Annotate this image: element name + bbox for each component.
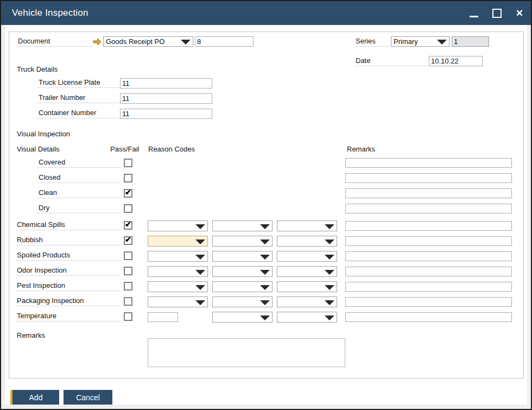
remarks-input-odor-inspection[interactable] [345, 267, 512, 276]
document-number-input[interactable]: 8 [195, 36, 254, 47]
passfail-checkbox-odor-inspection[interactable] [124, 267, 132, 275]
truck-field-label-container-number: Container Number [37, 108, 120, 118]
remarks-textarea[interactable] [148, 338, 345, 367]
visual-details-column-header: Visual Details [17, 145, 60, 153]
passfail-checkbox-clean[interactable]: ✔ [124, 189, 132, 198]
dropdown-arrow-icon [260, 239, 270, 244]
dropdown-arrow-icon [325, 270, 334, 275]
remarks-input-rubbish[interactable] [345, 236, 512, 246]
passfail-checkbox-temperature[interactable] [124, 312, 132, 321]
window-title: Vehicle Inspection [1, 8, 88, 18]
reason-code-dropdown-temperature-1[interactable] [212, 312, 273, 323]
dropdown-arrow-icon [325, 285, 334, 290]
visual-detail-label-rubbish: Rubbish [16, 235, 121, 245]
minimize-icon [470, 16, 478, 17]
series-label: Series [354, 36, 389, 47]
passfail-checkbox-rubbish[interactable]: ✔ [124, 236, 132, 245]
remarks-input-spoiled-products[interactable] [345, 251, 512, 261]
visual-detail-label-dry: Dry [37, 203, 121, 213]
reason-code-dropdown-odor-inspection-3[interactable] [277, 266, 337, 277]
truck-field-label-trailer-number: Trailer Number [37, 93, 120, 103]
remarks-input-chemical-spills[interactable] [345, 221, 512, 231]
reason-code-dropdown-rubbish-1[interactable] [148, 236, 208, 247]
document-type-value: Goods Receipt PO [106, 37, 164, 46]
vehicle-inspection-window: Vehicle Inspection ✕ Document Goods Rece… [0, 0, 532, 410]
passfail-checkbox-pest-inspection[interactable] [124, 282, 132, 291]
reason-code-dropdown-rubbish-2[interactable] [212, 236, 273, 247]
cancel-button[interactable]: Cancel [64, 390, 112, 405]
dropdown-arrow-icon [195, 255, 205, 260]
passfail-checkbox-covered[interactable] [124, 159, 132, 167]
temperature-value-input[interactable] [148, 312, 178, 322]
reason-code-dropdown-chemical-spills-3[interactable] [277, 220, 337, 231]
truck-details-heading: Truck Details [17, 65, 58, 73]
dropdown-arrow-icon [195, 239, 205, 244]
dropdown-arrow-icon [325, 300, 334, 305]
visual-detail-label-closed: Closed [37, 173, 121, 183]
reason-codes-column-header: Reason Codes [148, 145, 195, 153]
reason-code-dropdown-pest-inspection-1[interactable] [148, 281, 208, 292]
visual-detail-label-spoiled-products: Spoiled Products [16, 250, 121, 261]
dropdown-arrow-icon [181, 40, 191, 45]
passfail-checkbox-spoiled-products[interactable] [124, 251, 132, 260]
remarks-input-packaging-inspection[interactable] [345, 297, 512, 307]
reason-code-dropdown-temperature-2[interactable] [277, 312, 337, 323]
content-panel: Document Goods Receipt PO 8 Series Prima… [9, 31, 524, 379]
reason-code-dropdown-rubbish-3[interactable] [277, 236, 337, 247]
dropdown-arrow-icon [325, 316, 334, 320]
document-type-dropdown[interactable]: Goods Receipt PO [103, 36, 193, 47]
series-dropdown[interactable]: Primary [391, 36, 449, 47]
dropdown-arrow-icon [437, 40, 447, 45]
reason-code-dropdown-packaging-inspection-2[interactable] [212, 297, 273, 307]
passfail-checkbox-chemical-spills[interactable]: ✔ [124, 221, 132, 230]
reason-code-dropdown-packaging-inspection-3[interactable] [277, 297, 337, 307]
reason-code-dropdown-chemical-spills-1[interactable] [148, 220, 208, 231]
dropdown-arrow-icon [325, 224, 334, 229]
dropdown-arrow-icon [195, 270, 205, 275]
truck-field-input-container-number[interactable]: 11 [120, 109, 212, 119]
truck-field-input-trailer-number[interactable]: 11 [120, 93, 212, 104]
passfail-checkbox-dry[interactable] [124, 204, 132, 213]
remarks-input-closed[interactable] [345, 173, 512, 183]
titlebar: Vehicle Inspection ✕ [1, 1, 531, 25]
minimize-button[interactable] [470, 9, 478, 17]
reason-code-dropdown-spoiled-products-1[interactable] [148, 251, 208, 262]
passfail-checkbox-closed[interactable] [124, 174, 132, 182]
visual-detail-label-packaging-inspection: Packaging Inspection [16, 296, 121, 306]
dropdown-arrow-icon [325, 255, 334, 260]
truck-field-label-truck-license-plate: Truck License Plate [37, 78, 120, 88]
remarks-column-header: Remarks [347, 145, 375, 153]
date-input[interactable]: 10.10.22 [429, 56, 483, 66]
dropdown-arrow-icon [325, 239, 334, 244]
dropdown-arrow-icon [260, 224, 270, 229]
maximize-button[interactable] [492, 9, 502, 18]
truck-field-input-truck-license-plate[interactable]: 11 [120, 78, 212, 89]
checkmark-icon: ✔ [125, 220, 131, 229]
reason-code-dropdown-odor-inspection-2[interactable] [212, 266, 273, 277]
window-controls: ✕ [470, 1, 523, 25]
reason-code-dropdown-chemical-spills-2[interactable] [212, 220, 273, 231]
reason-code-dropdown-spoiled-products-3[interactable] [277, 251, 337, 262]
reason-code-dropdown-pest-inspection-2[interactable] [212, 281, 273, 292]
remarks-input-covered[interactable] [345, 158, 512, 168]
close-button[interactable]: ✕ [516, 9, 523, 18]
remarks-input-clean[interactable] [345, 188, 512, 198]
remarks-input-dry[interactable] [345, 204, 512, 213]
reason-code-dropdown-spoiled-products-2[interactable] [212, 251, 273, 262]
pass-fail-column-header: Pass/Fail [110, 145, 139, 153]
checkmark-icon: ✔ [125, 188, 131, 197]
window-frame-right [527, 25, 531, 410]
remarks-input-pest-inspection[interactable] [345, 282, 512, 292]
series-value: Primary [394, 37, 418, 46]
reason-code-dropdown-odor-inspection-1[interactable] [148, 266, 208, 277]
link-arrow-icon[interactable] [93, 38, 102, 46]
reason-code-dropdown-pest-inspection-3[interactable] [277, 281, 337, 292]
passfail-checkbox-packaging-inspection[interactable] [124, 297, 132, 306]
checkmark-icon: ✔ [125, 235, 131, 244]
add-button[interactable]: Add [10, 390, 59, 405]
status-bar [1, 405, 531, 410]
visual-detail-label-pest-inspection: Pest Inspection [16, 281, 121, 291]
dropdown-arrow-icon [260, 270, 270, 275]
remarks-input-temperature[interactable] [345, 312, 512, 322]
reason-code-dropdown-packaging-inspection-1[interactable] [148, 297, 208, 307]
